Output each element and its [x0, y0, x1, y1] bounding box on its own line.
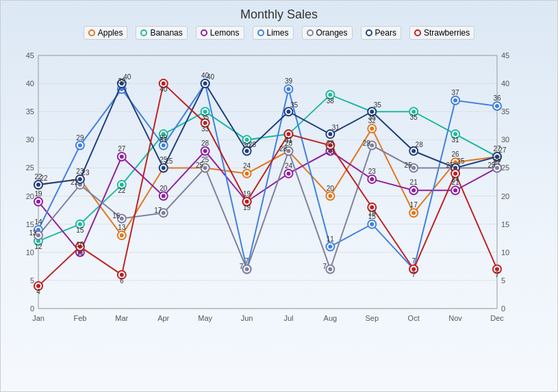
svg-text:38: 38 [327, 97, 335, 105]
svg-text:12: 12 [34, 243, 42, 250]
svg-text:10: 10 [501, 248, 509, 257]
chart-container: Monthly Sales ApplesBananasLemonsLimesOr… [0, 0, 558, 392]
svg-text:35: 35 [290, 101, 299, 109]
svg-text:7: 7 [495, 271, 499, 278]
legend-item-pears: Pears [361, 26, 401, 40]
svg-point-154 [245, 267, 249, 271]
svg-text:7: 7 [411, 271, 416, 278]
svg-point-142 [495, 104, 499, 108]
svg-text:22: 22 [71, 179, 79, 186]
svg-text:19: 19 [243, 204, 251, 211]
svg-text:31: 31 [332, 124, 340, 131]
svg-text:24: 24 [285, 162, 293, 170]
svg-text:Sep: Sep [365, 314, 379, 322]
svg-text:7: 7 [245, 257, 249, 265]
svg-point-158 [328, 267, 332, 271]
svg-text:35: 35 [374, 101, 382, 109]
svg-text:28: 28 [249, 141, 257, 148]
svg-text:Apr: Apr [157, 314, 169, 322]
legend-item-lemons: Lemons [196, 26, 244, 40]
legend-item-limes: Limes [253, 26, 294, 40]
svg-text:Aug: Aug [324, 314, 338, 322]
svg-text:20: 20 [26, 192, 34, 200]
svg-text:33: 33 [201, 125, 210, 133]
svg-point-114 [411, 188, 416, 192]
svg-text:40: 40 [501, 79, 509, 88]
svg-point-176 [203, 81, 207, 86]
svg-text:29: 29 [363, 140, 371, 147]
svg-text:7: 7 [323, 263, 327, 270]
svg-text:6: 6 [120, 277, 124, 285]
svg-text:15: 15 [26, 220, 34, 228]
chart-area: 005510101515202025253030353540404545JanF… [8, 45, 550, 339]
svg-text:40: 40 [123, 73, 131, 81]
svg-text:37: 37 [452, 89, 460, 96]
legend-item-apples: Apples [84, 26, 128, 40]
svg-text:35: 35 [368, 114, 377, 121]
svg-text:13: 13 [118, 224, 126, 231]
svg-point-96 [36, 200, 40, 204]
svg-text:25: 25 [405, 161, 413, 169]
svg-point-180 [286, 109, 290, 114]
svg-text:28: 28 [201, 140, 210, 147]
svg-text:23: 23 [81, 169, 90, 177]
svg-point-134 [328, 245, 332, 249]
chart-title: Monthly Sales [8, 8, 550, 22]
svg-text:40: 40 [160, 86, 168, 93]
svg-text:5: 5 [30, 276, 34, 285]
svg-point-66 [411, 211, 416, 215]
svg-point-140 [453, 99, 457, 103]
svg-text:25: 25 [26, 164, 34, 172]
svg-text:11: 11 [327, 235, 335, 243]
svg-text:7: 7 [411, 257, 416, 265]
svg-text:22: 22 [118, 187, 126, 194]
svg-point-112 [370, 177, 374, 181]
svg-text:Jul: Jul [283, 314, 293, 322]
svg-point-170 [78, 177, 82, 181]
svg-point-58 [245, 172, 249, 176]
svg-text:35: 35 [201, 114, 210, 121]
svg-text:Feb: Feb [73, 314, 86, 322]
svg-point-104 [203, 149, 207, 153]
svg-point-132 [286, 87, 290, 91]
svg-point-52 [120, 233, 124, 237]
svg-text:31: 31 [285, 136, 293, 144]
svg-text:28: 28 [416, 141, 424, 148]
svg-point-186 [411, 149, 416, 153]
svg-point-62 [328, 194, 332, 198]
svg-point-108 [286, 172, 290, 176]
svg-text:22: 22 [40, 174, 48, 182]
svg-text:39: 39 [285, 77, 293, 85]
svg-text:7: 7 [240, 263, 244, 270]
svg-text:21: 21 [410, 179, 418, 186]
svg-text:40: 40 [26, 79, 34, 88]
svg-text:Jun: Jun [241, 314, 253, 322]
svg-text:28: 28 [327, 140, 335, 147]
svg-text:Jan: Jan [32, 314, 45, 322]
svg-text:23: 23 [368, 168, 377, 175]
svg-text:20: 20 [501, 192, 509, 200]
svg-text:27: 27 [498, 146, 507, 154]
svg-text:25: 25 [196, 161, 204, 169]
svg-point-174 [162, 166, 166, 170]
svg-text:36: 36 [493, 94, 501, 102]
svg-text:45: 45 [26, 51, 34, 60]
svg-text:0: 0 [501, 304, 505, 313]
svg-text:4: 4 [36, 288, 40, 296]
svg-text:29: 29 [160, 134, 168, 142]
svg-text:20: 20 [160, 185, 168, 192]
svg-text:17: 17 [410, 201, 418, 209]
svg-point-182 [328, 132, 332, 136]
svg-text:30: 30 [26, 135, 34, 144]
svg-text:11: 11 [76, 249, 84, 257]
svg-text:30: 30 [501, 135, 509, 144]
svg-text:29: 29 [76, 134, 84, 142]
svg-text:10: 10 [26, 248, 34, 257]
svg-text:45: 45 [501, 51, 509, 60]
svg-point-166 [495, 166, 499, 170]
svg-point-144 [36, 233, 40, 237]
svg-point-156 [286, 149, 290, 153]
legend-item-strawberries: Strawberries [409, 26, 474, 40]
svg-text:16: 16 [112, 212, 121, 220]
svg-text:29: 29 [327, 148, 335, 155]
